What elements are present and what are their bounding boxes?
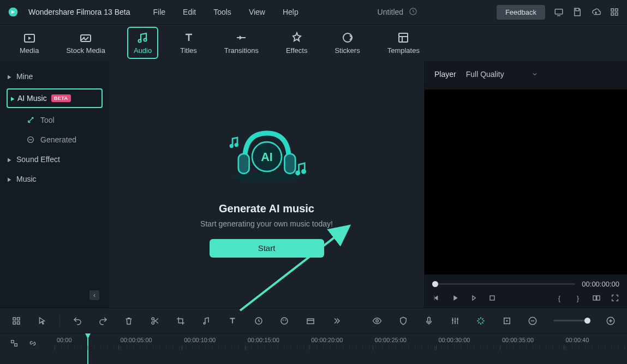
fullscreen-icon[interactable] [611, 294, 619, 302]
prev-frame-button[interactable] [432, 294, 441, 302]
svg-rect-41 [428, 317, 431, 322]
audio-edit-icon[interactable] [201, 315, 212, 326]
tick: 00:00:15:00 [246, 337, 309, 343]
scrub-bar[interactable] [432, 283, 575, 285]
svg-point-22 [295, 170, 300, 175]
undo-icon[interactable] [72, 315, 82, 326]
svg-rect-29 [17, 318, 20, 320]
speed-icon[interactable] [253, 315, 264, 326]
zoom-out-icon[interactable] [527, 315, 538, 326]
microphone-icon[interactable] [424, 315, 434, 326]
tick: 00:00:20:00 [309, 337, 373, 343]
zoom-slider[interactable] [553, 320, 590, 321]
audio-mixer-icon[interactable] [450, 315, 460, 326]
svg-rect-27 [597, 296, 600, 300]
player-panel: Player Full Quality 00:00:00:00 { } [424, 61, 627, 308]
sidebar-item-ai-music[interactable]: AI Music BETA [7, 88, 103, 108]
sidebar-item-music[interactable]: Music [0, 169, 109, 189]
menu-tools[interactable]: Tools [213, 8, 231, 16]
menu-edit[interactable]: Edit [183, 8, 196, 16]
start-button[interactable]: Start [210, 239, 324, 258]
tick: 00:00:40 [564, 337, 628, 343]
link-tracks-icon[interactable] [28, 339, 37, 349]
sidebar-item-sound-effect[interactable]: Sound Effect [0, 150, 109, 169]
tab-transitions[interactable]: Transitions [219, 28, 264, 58]
svg-point-20 [229, 144, 233, 147]
effects-tool-icon[interactable] [305, 315, 315, 326]
video-preview[interactable] [425, 89, 627, 275]
svg-point-34 [204, 323, 205, 324]
main-area: Mine AI Music BETA Tool Generated Sound … [0, 61, 627, 308]
menu-file[interactable]: File [153, 8, 166, 16]
cloud-upload-icon[interactable] [591, 7, 601, 17]
play-button[interactable] [451, 294, 459, 302]
timeline-controls [0, 333, 55, 364]
svg-rect-4 [616, 9, 618, 11]
annotation-arrow [224, 215, 366, 313]
tab-stickers[interactable]: Stickers [329, 28, 365, 58]
sidebar-item-mine[interactable]: Mine [0, 67, 109, 86]
zoom-in-icon[interactable] [606, 315, 616, 326]
crop-icon[interactable] [176, 315, 186, 326]
zoom-handle[interactable] [584, 318, 590, 324]
shield-icon[interactable] [398, 315, 408, 326]
next-frame-button[interactable] [469, 294, 478, 302]
svg-point-10 [138, 40, 141, 43]
tab-templates[interactable]: Templates [382, 28, 425, 58]
document-title-area: Untitled [308, 7, 487, 17]
svg-rect-47 [15, 344, 17, 347]
tick: 00:00:05:00 [118, 337, 182, 343]
timeline-toolbar [0, 308, 627, 333]
timeline-ruler[interactable]: 00:00 00:00:05:00 00:00:10:00 00:00:15:0… [55, 333, 627, 364]
svg-point-43 [506, 320, 507, 321]
titlebar-actions: Feedback [497, 5, 619, 20]
delete-icon[interactable] [124, 315, 134, 326]
wand-icon [26, 116, 35, 124]
snap-icon[interactable] [475, 315, 486, 326]
save-icon[interactable] [572, 7, 582, 17]
scrub-handle[interactable] [432, 281, 438, 287]
list-icon [26, 135, 35, 144]
tab-audio[interactable]: Audio [127, 27, 158, 59]
svg-rect-13 [399, 33, 408, 42]
ai-music-title: Generate AI music [219, 202, 314, 215]
text-tool-icon[interactable] [227, 315, 237, 326]
separator [59, 315, 60, 326]
feedback-button[interactable]: Feedback [497, 5, 545, 20]
svg-rect-26 [593, 296, 596, 300]
redo-icon[interactable] [98, 315, 108, 326]
stop-button[interactable] [488, 294, 497, 302]
tick: 00:00:25:00 [373, 337, 437, 343]
collapse-sidebar-button[interactable]: ‹ [89, 290, 99, 300]
sidebar-item-tool[interactable]: Tool [0, 110, 109, 130]
cut-icon[interactable] [150, 315, 160, 326]
player-header: Player Full Quality [425, 61, 627, 87]
titlebar: Wondershare Filmora 13 Beta File Edit To… [0, 0, 627, 24]
tab-templates-label: Templates [387, 46, 420, 55]
marker-icon[interactable] [501, 315, 512, 326]
sidebar-item-generated[interactable]: Generated [0, 130, 109, 150]
menu-view[interactable]: View [249, 8, 265, 16]
tab-media[interactable]: Media [14, 28, 44, 58]
tab-effects[interactable]: Effects [280, 28, 313, 58]
track-options-icon[interactable] [10, 339, 19, 349]
tab-stickers-label: Stickers [335, 46, 360, 55]
apps-grid-icon[interactable] [610, 7, 619, 17]
app-title: Wondershare Filmora 13 Beta [28, 8, 130, 16]
layout-grid-icon[interactable] [11, 315, 21, 326]
quality-dropdown[interactable]: Full Quality [466, 70, 538, 79]
svg-point-12 [343, 33, 352, 42]
visibility-icon[interactable] [372, 315, 383, 326]
color-icon[interactable] [279, 315, 289, 326]
svg-point-23 [301, 169, 306, 174]
more-tools-icon[interactable] [331, 315, 341, 326]
mark-in-button[interactable]: { [555, 294, 564, 302]
tab-stock-media[interactable]: Stock Media [61, 28, 111, 58]
media-tabs: Media Stock Media Audio Titles Transitio… [0, 24, 627, 61]
pointer-tool-icon[interactable] [37, 315, 47, 326]
mark-out-button[interactable]: } [574, 294, 582, 302]
tab-titles[interactable]: Titles [175, 28, 202, 58]
display-settings-icon[interactable] [554, 7, 564, 17]
menu-help[interactable]: Help [283, 8, 298, 16]
compare-icon[interactable] [592, 294, 601, 302]
